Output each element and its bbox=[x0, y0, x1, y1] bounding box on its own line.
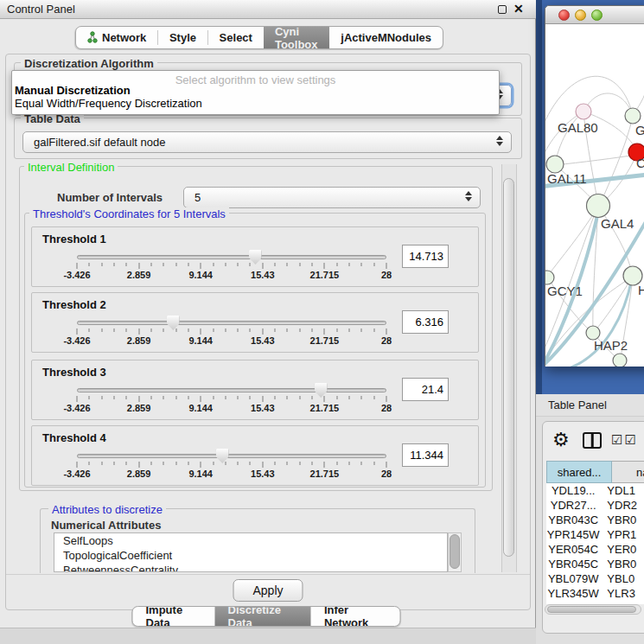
tab-discretize-data-label: Discretize Data bbox=[228, 606, 298, 627]
table-row[interactable]: YBL079WYBL0 bbox=[546, 571, 644, 586]
slider-tick-labels: -3.4262.8599.14415.4321.71528 bbox=[77, 335, 386, 346]
node-gal11[interactable] bbox=[546, 156, 564, 173]
bottom-tab-bar: Impute Data Discretize Data Infer Networ… bbox=[132, 606, 401, 627]
slider-tick-labels: -3.4262.8599.14415.4321.71528 bbox=[77, 270, 386, 280]
table-data-combo[interactable]: galFiltered.sif default node bbox=[22, 131, 512, 153]
threshold-1-label: Threshold 1 bbox=[42, 233, 106, 245]
close-icon[interactable]: ✕ bbox=[513, 2, 524, 16]
cell[interactable]: YPR1 bbox=[600, 527, 644, 542]
stepper-icon[interactable] bbox=[496, 136, 503, 146]
threshold-2-value-field[interactable]: 6.316 bbox=[402, 310, 449, 334]
slider-ticks bbox=[77, 328, 386, 335]
control-panel-titlebar: Control Panel ✕ bbox=[0, 0, 536, 19]
attributes-scrollbar-thumb[interactable] bbox=[450, 534, 460, 569]
cell[interactable]: YBR0 bbox=[600, 513, 644, 527]
gear-icon[interactable]: ⚙ bbox=[552, 429, 570, 451]
split-view-icon[interactable] bbox=[583, 432, 602, 449]
table-row[interactable]: YLR345WYLR3 bbox=[546, 586, 644, 601]
stepper-icon[interactable] bbox=[465, 191, 472, 201]
bottom-strip bbox=[0, 628, 536, 644]
column-header-shared[interactable]: shared... bbox=[546, 461, 612, 483]
algorithm-group-title: Discretization Algorithm bbox=[21, 57, 157, 70]
slider-ticks bbox=[77, 263, 386, 270]
tab-cyni-toolbox[interactable]: Cyni Toolbox bbox=[264, 27, 329, 48]
node-gcy1[interactable] bbox=[545, 271, 554, 284]
threshold-3-label: Threshold 3 bbox=[42, 366, 106, 379]
slider-ticks bbox=[77, 396, 386, 403]
table-hscrollbar-thumb[interactable] bbox=[547, 606, 636, 613]
zoom-traffic-light-icon[interactable] bbox=[591, 10, 603, 21]
cell[interactable]: YER0 bbox=[600, 542, 644, 557]
cell[interactable]: YBL079W bbox=[546, 571, 600, 586]
column-header-name[interactable]: na bbox=[612, 461, 644, 483]
close-traffic-light-icon[interactable] bbox=[558, 10, 570, 21]
list-item-betweennesscentrality[interactable]: BetweennessCentrality bbox=[54, 563, 447, 572]
threshold-3-value-field[interactable]: 21.4 bbox=[402, 378, 449, 401]
dropdown-hint-item[interactable]: Select algorithm to view settings bbox=[12, 71, 499, 84]
tab-infer-network[interactable]: Infer Network bbox=[311, 607, 400, 626]
top-tab-bar: Network Style Select Cyni Toolbox jActiv… bbox=[75, 26, 443, 49]
number-of-intervals-combo[interactable]: 5 bbox=[183, 187, 481, 208]
threshold-4-value-field[interactable]: 11.344 bbox=[402, 443, 449, 467]
tab-jactivemnodules-label: jActiveMNodules bbox=[341, 31, 431, 44]
table-row[interactable]: YBR043CYBR0 bbox=[546, 513, 644, 527]
table-row[interactable]: YDR27...YDR2 bbox=[546, 498, 644, 513]
list-item-selfloops[interactable]: SelfLoops bbox=[54, 533, 447, 548]
divider bbox=[6, 574, 530, 575]
network-window-titlebar bbox=[545, 6, 644, 24]
apply-button[interactable]: Apply bbox=[233, 579, 303, 602]
column-checkboxes-icon[interactable]: ☑☑ bbox=[611, 432, 638, 448]
tab-style[interactable]: Style bbox=[158, 27, 207, 48]
settings-scrollbar-thumb[interactable] bbox=[503, 178, 514, 557]
float-window-icon[interactable] bbox=[498, 5, 507, 14]
threshold-4-panel: Threshold 4 -3.4262.8599.14415.4321.7152… bbox=[31, 425, 479, 486]
cell[interactable]: YLR345W bbox=[546, 586, 600, 601]
tab-jactivemnodules[interactable]: jActiveMNodules bbox=[329, 27, 443, 48]
tab-select[interactable]: Select bbox=[208, 27, 264, 48]
cell[interactable]: YDL1 bbox=[600, 483, 644, 498]
threshold-1-panel: Threshold 1 -3.4262.8599.14415.4321.7152… bbox=[31, 226, 479, 287]
threshold-3-slider-track[interactable] bbox=[77, 388, 386, 392]
cell[interactable]: YBR043C bbox=[546, 513, 600, 527]
tab-impute-data-label: Impute Data bbox=[146, 606, 202, 627]
table-row[interactable]: YDL19...YDL1 bbox=[546, 483, 644, 498]
label-gal4: GAL4 bbox=[601, 216, 634, 231]
cell[interactable]: YDL19... bbox=[546, 483, 600, 498]
tab-select-label: Select bbox=[220, 31, 252, 44]
list-item-topologicalcoefficient[interactable]: TopologicalCoefficient bbox=[54, 548, 447, 563]
threshold-2-slider-track[interactable] bbox=[77, 321, 386, 325]
threshold-1-value-field[interactable]: 14.713 bbox=[402, 245, 449, 268]
dropdown-item-equal-width-frequency[interactable]: Equal Width/Frequency Discretization bbox=[12, 97, 499, 110]
threshold-1-slider-track[interactable] bbox=[77, 255, 386, 259]
node-gal4[interactable] bbox=[587, 194, 610, 218]
cell[interactable]: YBR0 bbox=[600, 557, 644, 571]
label-hap2: HAP2 bbox=[594, 338, 628, 353]
label-gcy1: GCY1 bbox=[547, 284, 583, 298]
cell[interactable]: YDR2 bbox=[600, 498, 644, 513]
table-row[interactable]: YER054CYER0 bbox=[546, 542, 644, 557]
node-bottom-partial[interactable] bbox=[613, 354, 627, 367]
threshold-4-slider-track[interactable] bbox=[77, 454, 386, 458]
node-gal80[interactable] bbox=[576, 104, 591, 119]
cell[interactable]: YDR27... bbox=[546, 498, 600, 513]
network-canvas[interactable]: GAL80 G C GAL11 GAL4 GCY1 H HAP2 bbox=[545, 24, 644, 367]
minimize-traffic-light-icon[interactable] bbox=[575, 10, 586, 21]
tab-cyni-toolbox-label: Cyni Toolbox bbox=[275, 26, 318, 49]
cell[interactable]: YBR045C bbox=[546, 557, 600, 571]
cell[interactable]: YLR3 bbox=[600, 586, 644, 601]
slider-ticks bbox=[77, 462, 386, 469]
tab-impute-data[interactable]: Impute Data bbox=[133, 607, 215, 626]
label-partial-h: H bbox=[638, 283, 644, 297]
cell[interactable]: YBL0 bbox=[600, 571, 644, 586]
slider-tick-labels: -3.4262.8599.14415.4321.71528 bbox=[77, 469, 386, 479]
label-partial-g: G bbox=[635, 123, 644, 137]
cell[interactable]: YPR145W bbox=[546, 527, 600, 542]
table-row[interactable]: YBR045CYBR0 bbox=[546, 557, 644, 571]
table-row[interactable]: YPR145WYPR1 bbox=[546, 527, 644, 542]
node-top-right[interactable] bbox=[625, 108, 641, 124]
table-data-combo-value: galFiltered.sif default node bbox=[34, 136, 165, 149]
cell[interactable]: YER054C bbox=[546, 542, 600, 557]
threshold-3-panel: Threshold 3 -3.4262.8599.14415.4321.7152… bbox=[31, 360, 479, 420]
tab-discretize-data[interactable]: Discretize Data bbox=[215, 607, 311, 626]
tab-network[interactable]: Network bbox=[76, 27, 157, 48]
